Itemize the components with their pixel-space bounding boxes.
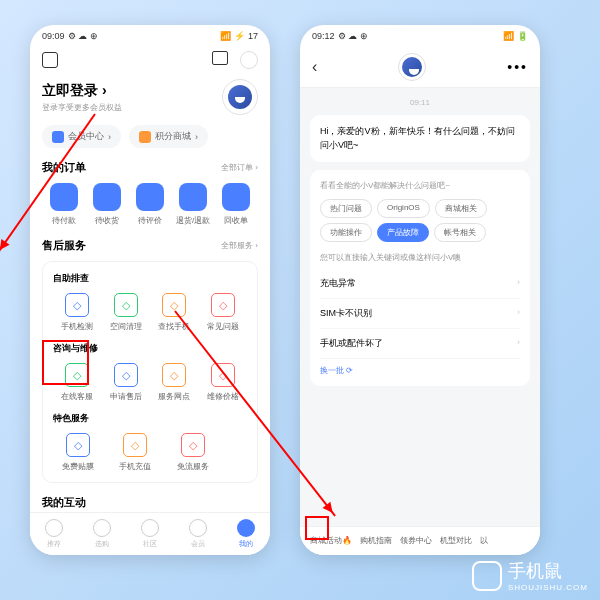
chat-timestamp: 09:11 [310,98,530,107]
question-item[interactable]: 充电异常› [320,269,520,299]
nav-item[interactable]: 推荐 [45,519,63,549]
service-item[interactable]: ◇服务网点 [155,363,194,402]
service-item[interactable]: ◇维修价格 [203,363,242,402]
chat-avatar [398,53,426,81]
suggestion-chip[interactable]: 机型对比 [440,535,472,546]
orders-title: 我的订单 [42,160,86,175]
more-icon[interactable]: ••• [507,59,528,75]
aftersale-more[interactable]: 全部服务 › [221,240,258,251]
topic-chip[interactable]: 热门问题 [320,199,372,218]
nav-item[interactable]: 选购 [93,519,111,549]
service-item[interactable]: ◇空间清理 [106,293,145,332]
suggestion-chip[interactable]: 领券中心 [400,535,432,546]
status-time: 09:09 [42,31,65,41]
question-item[interactable]: 手机或配件坏了› [320,329,520,359]
interact-title: 我的互动 [42,495,86,510]
order-item[interactable]: 待评价 [128,183,171,226]
pill-points[interactable]: 积分商城› [129,125,208,148]
orders-more[interactable]: 全部订单 › [221,162,258,173]
topic-chip[interactable]: 帐号相关 [434,223,486,242]
nav-item[interactable]: 我的 [237,519,255,549]
service-item[interactable]: ◇申请售后 [106,363,145,402]
watermark-logo [472,561,502,591]
highlight-box-2 [305,516,329,540]
cart-icon[interactable] [212,51,228,65]
nav-item[interactable]: 会员 [189,519,207,549]
pill-member[interactable]: 会员中心› [42,125,121,148]
chat-header: ‹ ••• [300,47,540,88]
topic-chip[interactable]: OriginOS [377,199,430,218]
assistant-icon[interactable] [240,51,258,69]
phone-left: 09:09⚙ ☁ ⊕ 📶 ⚡17 立即登录 › 登录享受更多会员权益 会员中心› [30,25,270,555]
nav-item[interactable]: 社区 [141,519,159,549]
avatar[interactable] [222,79,258,115]
watermark: 手机鼠 SHOUJISHU.COM [472,559,588,592]
watermark-sub: SHOUJISHU.COM [508,583,588,592]
service-item[interactable]: ◇常见问题 [203,293,242,332]
service-item[interactable]: ◇手机充值 [117,433,155,472]
suggestion-row: 商城活动🔥购机指南领券中心机型对比以 [300,526,540,554]
question-tip: 您可以直接输入关键词或像这样问小V噢 [320,252,520,263]
topic-chip[interactable]: 产品故障 [377,223,429,242]
order-item[interactable]: 回收单 [215,183,258,226]
refresh-link[interactable]: 换一批 ⟳ [320,365,520,376]
service-item[interactable]: ◇免流服务 [174,433,212,472]
login-subtitle: 登录享受更多会员权益 [42,102,122,113]
aftersale-title: 售后服务 [42,238,86,253]
input-bar: 按住说话转文字 + [300,554,540,555]
suggestion-chip[interactable]: 以 [480,535,488,546]
status-time: 09:12 [312,31,335,41]
bottom-nav: 推荐选购社区会员我的 [30,512,270,555]
greeting-bubble: Hi，亲爱的V粉，新年快乐！有什么问题，不妨问问小V吧~ [310,115,530,162]
login-title: 立即登录 [42,82,98,98]
watermark-main: 手机鼠 [508,559,588,583]
status-bar: 09:09⚙ ☁ ⊕ 📶 ⚡17 [30,25,270,47]
back-icon[interactable]: ‹ [312,58,317,76]
order-item[interactable]: 退货/退款 [172,183,215,226]
login-section[interactable]: 立即登录 › 登录享受更多会员权益 [42,79,258,115]
phone-right: 09:12⚙ ☁ ⊕ 📶 🔋 ‹ ••• 09:11 Hi，亲爱的V粉，新年快乐… [300,25,540,555]
question-item[interactable]: SIM卡不识别› [320,299,520,329]
service-item[interactable]: ◇手机检测 [58,293,97,332]
card-title: 看看全能的小V都能解决什么问题吧~ [320,180,520,191]
topic-chip[interactable]: 功能操作 [320,223,372,242]
suggestion-card: 看看全能的小V都能解决什么问题吧~ 热门问题OriginOS商城相关功能操作产品… [310,170,530,386]
highlight-box-1 [42,340,89,385]
top-bar [42,47,258,73]
order-item[interactable]: 待付款 [42,183,85,226]
topic-chip[interactable]: 商城相关 [435,199,487,218]
order-item[interactable]: 待收货 [85,183,128,226]
settings-icon[interactable] [42,52,58,68]
suggestion-chip[interactable]: 购机指南 [360,535,392,546]
service-item[interactable]: ◇免费贴膜 [59,433,97,472]
status-bar: 09:12⚙ ☁ ⊕ 📶 🔋 [300,25,540,47]
